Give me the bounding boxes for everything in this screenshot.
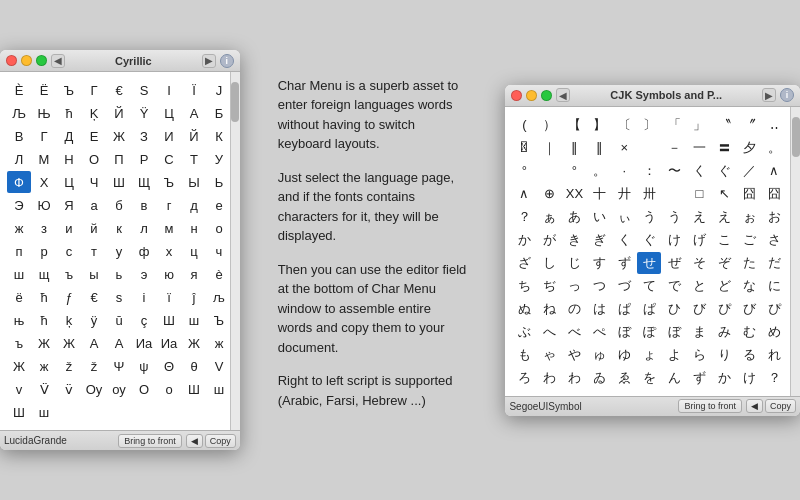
char-cell[interactable]: ぉ (737, 206, 761, 228)
char-cell[interactable]: ゅ (587, 344, 611, 366)
char-cell[interactable]: ： (637, 160, 661, 182)
char-cell[interactable]: 」 (687, 114, 711, 136)
char-cell[interactable]: а (82, 194, 106, 216)
char-cell[interactable]: ｜ (537, 137, 561, 159)
char-cell[interactable]: о (207, 217, 227, 239)
char-cell[interactable]: 十 (587, 183, 611, 205)
char-cell[interactable]: す (587, 252, 611, 274)
char-cell[interactable]: S (132, 79, 156, 101)
char-cell[interactable]: ぬ (512, 298, 536, 320)
char-cell[interactable]: ご (737, 229, 761, 251)
char-cell[interactable]: Ж (57, 332, 81, 354)
char-cell[interactable]: ц (182, 240, 206, 262)
char-cell[interactable]: ゟ (662, 183, 686, 205)
char-cell[interactable]: で (662, 275, 686, 297)
copy-button[interactable]: Copy (205, 434, 236, 448)
char-cell[interactable]: s (107, 286, 131, 308)
char-cell[interactable]: 〕 (637, 114, 661, 136)
char-cell[interactable]: け (662, 229, 686, 251)
char-cell[interactable]: さ (762, 229, 786, 251)
char-cell[interactable]: 【 (562, 114, 586, 136)
char-cell[interactable]: Д (57, 125, 81, 147)
char-cell[interactable]: ぐ (712, 160, 736, 182)
char-cell[interactable]: € (107, 79, 131, 101)
char-cell[interactable]: г (157, 194, 181, 216)
char-cell[interactable]: ъ (7, 332, 31, 354)
char-cell[interactable]: ぱ (637, 298, 661, 320)
char-cell[interactable]: Э (7, 194, 31, 216)
char-cell[interactable]: か (512, 229, 536, 251)
char-cell[interactable]: θ (182, 355, 206, 377)
info-button[interactable]: i (220, 54, 234, 68)
char-cell[interactable]: 〞 (737, 114, 761, 136)
char-cell[interactable]: は (587, 298, 611, 320)
cjk-bring-to-front-button[interactable]: Bring to front (678, 399, 742, 413)
char-cell[interactable]: ず (687, 367, 711, 389)
char-cell[interactable]: А (107, 332, 131, 354)
char-cell[interactable]: ы (82, 263, 106, 285)
char-cell[interactable]: щ (32, 263, 56, 285)
char-cell[interactable]: З (132, 125, 156, 147)
char-cell[interactable]: Е (82, 125, 106, 147)
char-cell[interactable]: ï (157, 286, 181, 308)
char-cell[interactable]: ょ (637, 344, 661, 366)
cjk-close-button[interactable] (511, 90, 522, 101)
char-cell[interactable]: み (712, 321, 736, 343)
char-cell[interactable]: д (182, 194, 206, 216)
char-cell[interactable]: ‖ (587, 137, 611, 159)
char-cell[interactable]: へ (537, 321, 561, 343)
char-cell[interactable]: Ъ (207, 309, 227, 331)
char-cell[interactable]: 囧 (737, 183, 761, 205)
close-button[interactable] (6, 55, 17, 66)
char-cell[interactable]: ж (7, 217, 31, 239)
char-cell[interactable]: ぶ (512, 321, 536, 343)
char-cell[interactable]: ĵ (182, 286, 206, 308)
char-cell[interactable]: К (207, 125, 227, 147)
forward-arrow[interactable]: ▶ (202, 54, 216, 68)
char-cell[interactable]: Иа (157, 332, 181, 354)
cjk-scroll-left-button[interactable]: ◀ (746, 399, 763, 413)
char-cell[interactable]: ゆ (612, 344, 636, 366)
char-cell[interactable]: し (537, 252, 561, 274)
char-cell[interactable]: の (562, 298, 586, 320)
char-cell[interactable]: ぜ (662, 252, 686, 274)
char-cell[interactable]: Ë (32, 79, 56, 101)
char-cell[interactable]: Ψ (107, 355, 131, 377)
char-cell[interactable]: Иа (132, 332, 156, 354)
char-cell[interactable]: ね (537, 298, 561, 320)
char-cell[interactable]: оу (107, 378, 131, 400)
char-cell[interactable]: i (132, 286, 156, 308)
char-cell[interactable]: ぼ (662, 321, 686, 343)
char-cell[interactable]: べ (562, 321, 586, 343)
char-cell[interactable]: わ (562, 367, 586, 389)
cjk-back-arrow[interactable]: ◀ (556, 88, 570, 102)
char-cell[interactable]: 「 (662, 114, 686, 136)
char-cell[interactable]: に (762, 275, 786, 297)
char-cell[interactable]: С (157, 148, 181, 170)
char-cell[interactable]: ぃ (612, 206, 636, 228)
char-cell[interactable]: ま (687, 321, 711, 343)
char-cell[interactable]: Ж (107, 125, 131, 147)
char-cell[interactable]: О (132, 378, 156, 400)
char-cell[interactable]: 廾 (612, 183, 636, 205)
char-cell[interactable]: ħ (32, 309, 56, 331)
char-cell[interactable]: た (737, 252, 761, 274)
char-cell[interactable]: う (662, 206, 686, 228)
char-cell[interactable]: Й (107, 102, 131, 124)
char-cell[interactable]: じ (562, 252, 586, 274)
char-cell[interactable]: љ (207, 286, 227, 308)
back-arrow[interactable]: ◀ (51, 54, 65, 68)
char-cell[interactable]: О (82, 148, 106, 170)
char-cell[interactable]: 夕 (737, 137, 761, 159)
char-cell[interactable]: け (737, 367, 761, 389)
maximize-button[interactable] (36, 55, 47, 66)
char-cell[interactable]: v (7, 378, 31, 400)
char-cell[interactable]: о (157, 378, 181, 400)
char-cell[interactable]: Н (57, 148, 81, 170)
char-cell[interactable]: よ (662, 344, 686, 366)
char-cell[interactable]: Щ (132, 171, 156, 193)
char-cell[interactable]: れ (762, 344, 786, 366)
minimize-button[interactable] (21, 55, 32, 66)
char-cell[interactable]: ž (82, 355, 106, 377)
char-cell[interactable]: ？ (512, 206, 536, 228)
